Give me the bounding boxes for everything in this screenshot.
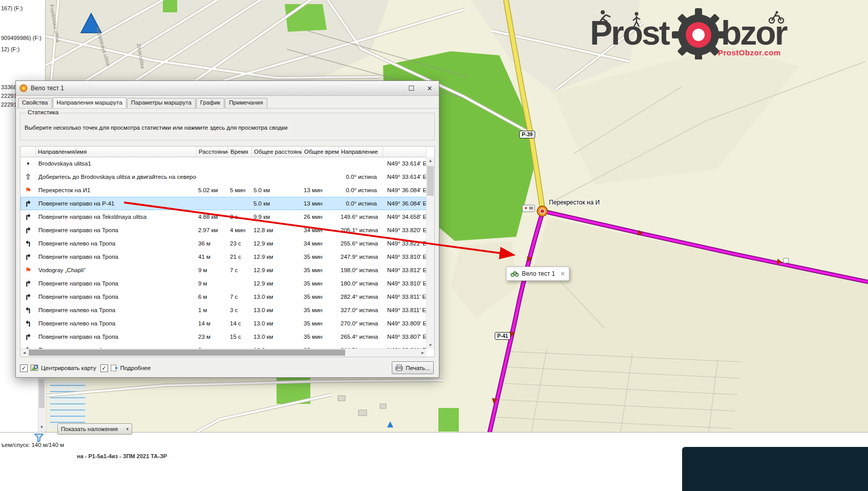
logo-text-bzor: bzor bbox=[721, 13, 786, 52]
show-overlays-button[interactable]: Показать наложения ▾ bbox=[57, 423, 132, 435]
external-window-fragment bbox=[682, 447, 868, 491]
header-total-distance[interactable]: Общее расстояние bbox=[252, 147, 302, 157]
total-distance: 12.8 км bbox=[252, 227, 302, 233]
header-total-time[interactable]: Общее время bbox=[302, 147, 339, 157]
direction-name: Поверните направо на Тропа bbox=[36, 227, 197, 233]
dialog-titlebar[interactable]: Вело тест 1 ☐ ✕ bbox=[16, 81, 439, 96]
scroll-down-icon[interactable]: ▼ bbox=[427, 341, 434, 349]
direction-row[interactable]: ⇧ Доберитесь до Brodovskaya ulitsa и дви… bbox=[20, 170, 427, 183]
header-icon[interactable] bbox=[20, 147, 36, 157]
bicycle-icon bbox=[511, 271, 519, 277]
tab-graph[interactable]: График bbox=[196, 98, 224, 108]
leg-distance: 5.02 км bbox=[197, 187, 228, 193]
route-tooltip-label: Вело тест 1 bbox=[522, 270, 555, 277]
maximize-button[interactable]: ☐ bbox=[402, 81, 420, 95]
route-icon bbox=[19, 84, 28, 92]
center-map-checkbox[interactable]: ✓ bbox=[20, 364, 28, 372]
scroll-left-icon[interactable]: ◄ bbox=[20, 349, 28, 357]
filter-funnel-icon[interactable] bbox=[34, 433, 44, 442]
direction-row[interactable]: ⚑ Vodogray „Chapli“ 9 м 7 с 12.9 км 35 м… bbox=[20, 263, 427, 277]
print-button[interactable]: Печать... bbox=[392, 361, 434, 374]
header-coordinate[interactable] bbox=[383, 147, 427, 157]
road-sign-p39: Р-39 bbox=[519, 131, 535, 138]
tab-properties[interactable]: Свойства bbox=[18, 98, 52, 108]
heading-value: 282.4° истина bbox=[339, 294, 383, 300]
application-window: Frankivska ulitsa Kazatskaya ulitsa Zilu… bbox=[0, 0, 868, 491]
table-hscrollbar[interactable]: ◄ ► bbox=[20, 349, 427, 357]
table-vscrollbar[interactable]: ▲ ▼ bbox=[426, 157, 434, 349]
direction-name: Перекресток на И1 bbox=[36, 187, 197, 193]
total-distance: 5.0 км bbox=[252, 200, 302, 207]
leg-time: 23 с bbox=[228, 240, 252, 247]
direction-row[interactable]: ↰ Поверните налево на Тропа 14 м 14 с 13… bbox=[20, 317, 427, 330]
leg-distance: 14 м bbox=[197, 320, 228, 326]
bullet-icon: • bbox=[20, 159, 36, 168]
direction-row[interactable]: ↱ Поверните направо на Тропа 23 м 15 с 1… bbox=[20, 330, 427, 343]
coordinate-value: N49° 36.084' E2 bbox=[383, 200, 427, 207]
tree-item-fragment[interactable]: 33368 bbox=[1, 84, 17, 90]
total-distance: 12.9 км bbox=[252, 254, 302, 260]
direction-row[interactable]: ⚑ Перекресток на И1 5.02 км 5 мин 5.0 км… bbox=[20, 183, 427, 197]
header-heading[interactable]: Направление bbox=[339, 147, 383, 157]
scroll-down-icon[interactable]: ▼ bbox=[38, 423, 45, 431]
tree-item-fragment[interactable]: 12) (F:) bbox=[1, 46, 19, 52]
total-distance: 13.0 км bbox=[252, 334, 302, 340]
direction-row[interactable]: ↰ Поверните налево на Тропа 36 м 23 с 12… bbox=[20, 237, 427, 250]
show-overlays-label: Показать наложения bbox=[61, 426, 118, 432]
heading-value: 247.9° истина bbox=[339, 254, 383, 260]
right-icon: ↱ bbox=[20, 226, 36, 235]
poi-box bbox=[784, 258, 789, 263]
route-tooltip[interactable]: Вело тест 1 ✕ bbox=[506, 267, 569, 281]
right-icon: ↱ bbox=[20, 332, 36, 342]
route-dialog: Вело тест 1 ☐ ✕ Свойства Направления мар… bbox=[15, 80, 439, 378]
direction-row[interactable]: ↰ Поверните налево на Тропа 1 м 3 с 13.0… bbox=[20, 303, 427, 317]
tree-item-fragment[interactable]: 22291 bbox=[1, 93, 17, 99]
details-checkbox[interactable]: ✓ bbox=[100, 364, 108, 372]
scrollbar-thumb[interactable] bbox=[39, 379, 45, 408]
header-distance[interactable]: Расстояние bbox=[197, 147, 228, 157]
heading-value: 198.0° истина bbox=[339, 267, 383, 273]
total-time: 35 мин bbox=[302, 267, 339, 273]
direction-name: Доберитесь до Brodovskaya ulitsa и двига… bbox=[36, 174, 197, 180]
total-time: 26 мин bbox=[302, 214, 339, 220]
sidebar-scrollbar[interactable]: ▼ bbox=[38, 378, 47, 432]
road-sign-p41: Р-41 bbox=[495, 332, 511, 340]
header-name[interactable]: Направления/имя bbox=[36, 147, 197, 157]
tree-item-fragment[interactable]: 909499986) (F:) bbox=[1, 35, 41, 41]
right-icon: ↱ bbox=[20, 212, 36, 222]
direction-row[interactable]: ↱ Поверните направо на Тропа 6 м 7 с 13.… bbox=[20, 290, 427, 303]
tab-route-parameters[interactable]: Параметры маршрута bbox=[127, 98, 196, 108]
header-time[interactable]: Время bbox=[228, 147, 252, 157]
close-button[interactable]: ✕ bbox=[420, 81, 439, 95]
leg-distance: 23 м bbox=[197, 334, 228, 340]
flag-icon: ⚑ bbox=[20, 186, 36, 194]
tooltip-close-icon[interactable]: ✕ bbox=[560, 271, 565, 277]
tab-notes[interactable]: Примечания bbox=[225, 98, 267, 108]
tab-route-directions[interactable]: Направления маршрута bbox=[53, 97, 126, 108]
tree-item-fragment[interactable]: 167) (F:) bbox=[1, 5, 23, 11]
details-option[interactable]: ✓ Подробнее bbox=[100, 364, 151, 372]
direction-row[interactable]: ↱ Поверните направо на Тропа 9 м 12.9 км… bbox=[20, 277, 427, 290]
scroll-right-icon[interactable]: ► bbox=[419, 349, 427, 357]
logo-site-url: ProstObzor.com bbox=[718, 48, 781, 57]
scroll-up-icon[interactable]: ▲ bbox=[427, 157, 434, 165]
direction-row[interactable]: ↱ Поверните направо на Tekstilnaya ulits… bbox=[20, 210, 427, 223]
print-label: Печать... bbox=[406, 365, 430, 371]
scrollbar-thumb[interactable] bbox=[427, 166, 434, 196]
direction-name: Vodogray „Chapli“ bbox=[36, 267, 197, 273]
center-map-option[interactable]: ✓ Центрировать карту bbox=[20, 364, 96, 372]
direction-name: Поверните направо на Тропа bbox=[36, 334, 197, 340]
tree-item-fragment[interactable]: 22291 bbox=[1, 101, 17, 108]
scrollbar-thumb[interactable] bbox=[29, 350, 345, 356]
direction-row[interactable]: ↱ Поверните направо на Тропа 41 м 21 с 1… bbox=[20, 250, 427, 263]
statistics-groupbox: Статистика Выберите несколько точек для … bbox=[20, 113, 435, 140]
direction-row[interactable]: • Brodovskaya ulitsa1 N49° 33.614' E2 bbox=[20, 157, 427, 170]
right-icon: ↱ bbox=[20, 252, 36, 262]
heading-value: 270.0° истина bbox=[339, 320, 383, 326]
statistics-hint[interactable]: Выберите несколько точек для просмотра с… bbox=[25, 125, 287, 131]
direction-row[interactable]: ↱ Поверните направо на Р-41 5.0 км 13 ми… bbox=[20, 197, 427, 210]
coordinate-value: N49° 33.810' E2 bbox=[383, 254, 427, 260]
total-time: 34 мин bbox=[302, 227, 339, 233]
direction-row[interactable]: ↱ Поверните направо на Тропа 2.97 км 4 м… bbox=[20, 223, 427, 237]
leg-time: 3 с bbox=[228, 214, 252, 220]
